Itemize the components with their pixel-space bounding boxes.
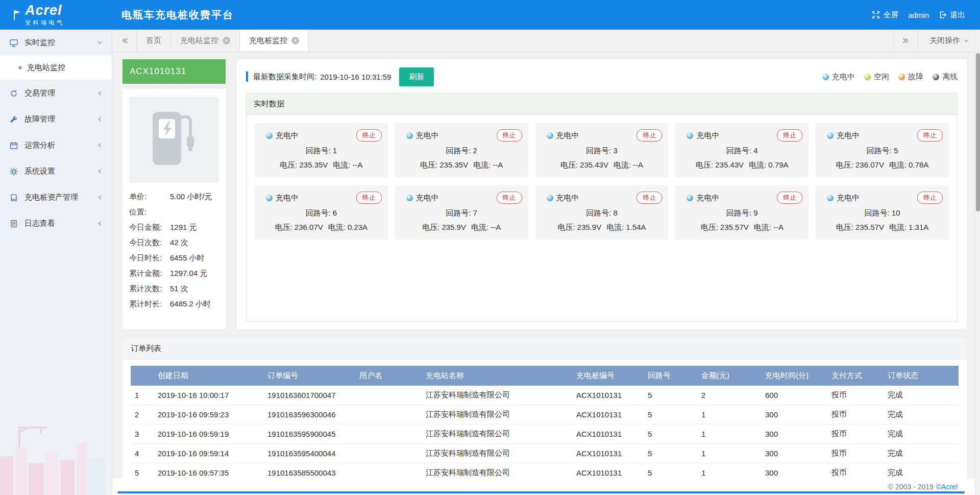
terminate-button[interactable]: 终止 [636, 192, 662, 204]
legend-charging: 充电中 [822, 72, 855, 82]
current-label: 电流: [889, 223, 906, 231]
channel-cards: 充电中 终止 回路号:1 电压:235.35V电流:--A [255, 123, 949, 240]
tab-pile-monitor[interactable]: 充电桩监控 × [240, 30, 309, 52]
current-label: 电流: [328, 223, 346, 231]
bullet-icon [18, 66, 22, 69]
current-label: 电流: [606, 223, 624, 231]
voltage-value: 235.9V [442, 223, 466, 231]
voltage-value: 235.57V [855, 223, 884, 231]
tab-station-monitor[interactable]: 充电站监控 × [171, 30, 240, 52]
sidebar-item-pile-assets[interactable]: 充电桩资产管理 [0, 184, 112, 210]
channel-card: 充电中 终止 回路号:8 电压:235.9V电流:1.54A [535, 185, 669, 240]
tabs-scroll-right-button[interactable] [893, 30, 918, 52]
realtime-monitor-panel: 最新数据采集时间: 2019-10-16 10:31:59 刷新 充电中 空闲 … [237, 59, 967, 329]
circuit-number: 9 [753, 208, 757, 217]
device-stat-row: 位置: [129, 204, 219, 220]
stat-label: 今日时长: [129, 250, 170, 266]
sidebar-item-faults[interactable]: 故障管理 [0, 106, 112, 132]
vertical-scrollbar-thumb[interactable] [976, 53, 980, 211]
stat-label: 累计次数: [129, 281, 170, 296]
transaction-icon [9, 89, 18, 98]
user-menu[interactable]: admin [905, 9, 932, 21]
username: admin [908, 11, 929, 19]
col-user: 用户名 [355, 366, 422, 386]
fullscreen-button[interactable]: 全屏 [869, 8, 901, 22]
order-row: 3 2019-10-16 09:59:19 1910163595900045 江… [131, 425, 959, 444]
current-label: 电流: [754, 223, 771, 231]
vertical-scrollbar[interactable] [975, 30, 980, 495]
channel-card: 充电中 终止 回路号:6 电压:236.07V电流:0.23A [255, 185, 388, 240]
tab-home[interactable]: 首页 [137, 30, 171, 52]
terminate-button[interactable]: 终止 [356, 192, 382, 204]
sidebar-subitem-label: 充电站监控 [27, 63, 65, 73]
logout-button[interactable]: 退出 [936, 8, 968, 22]
terminate-button[interactable]: 终止 [497, 129, 522, 142]
voltage-value: 235.9V [577, 223, 602, 231]
city-skyline-decoration [0, 413, 112, 495]
stat-label: 今日金额: [129, 220, 170, 235]
stat-label: 今日次数: [129, 235, 170, 250]
tab-label: 首页 [146, 36, 161, 45]
order-user [355, 444, 422, 463]
sidebar-item-analysis[interactable]: 运营分析 [0, 132, 112, 158]
sidebar-item-transactions[interactable]: 交易管理 [0, 80, 112, 106]
terminate-button[interactable]: 终止 [636, 129, 662, 142]
current-value: 1.31A [909, 223, 928, 231]
stat-value: 6485.2 小时 [170, 296, 211, 312]
brand-name: Acrel [25, 4, 65, 17]
terminate-button[interactable]: 终止 [917, 192, 943, 204]
terminate-button[interactable]: 终止 [497, 192, 522, 204]
close-operations-label: 关闭操作 [929, 36, 960, 45]
circuit-label: 回路号: [865, 208, 890, 217]
chevron-left-icon [97, 90, 103, 96]
acrel-link[interactable]: ©Acrel [936, 483, 958, 491]
voltage-value: 235.35V [439, 160, 468, 169]
charging-status-icon [547, 195, 553, 201]
current-value: --A [633, 160, 643, 169]
page-title: 电瓶车充电桩收费平台 [121, 8, 234, 22]
device-summary-panel: ACX1010131 单价: [122, 59, 226, 329]
order-row: 1 2019-10-16 10:00:17 1910163601700047 江… [131, 386, 959, 405]
voltage-label: 电压: [275, 223, 292, 231]
terminate-button[interactable]: 终止 [917, 129, 943, 142]
current-value: --A [773, 223, 783, 231]
header-actions: 全屏 admin 退出 [869, 8, 968, 22]
terminate-button[interactable]: 终止 [777, 192, 802, 204]
fault-icon [9, 115, 18, 124]
refresh-button[interactable]: 刷新 [399, 67, 434, 86]
circuit-number: 5 [894, 146, 898, 155]
sidebar-item-settings[interactable]: 系统设置 [0, 158, 112, 184]
order-number: 1910163596300046 [263, 405, 355, 425]
fullscreen-label: 全屏 [883, 10, 898, 20]
col-amount: 金额(元) [697, 366, 761, 386]
tabs-scroll-left-button[interactable] [112, 30, 137, 52]
sidebar-item-realtime-monitor[interactable]: 实时监控 [0, 30, 112, 56]
collect-time-label: 最新数据采集时间: [253, 72, 316, 82]
order-pay: 投币 [827, 444, 884, 463]
order-minutes: 300 [761, 405, 827, 425]
circuit-number: 6 [333, 208, 337, 217]
close-icon[interactable]: × [223, 37, 230, 44]
copyright-text: © 2003 - 2019 [888, 483, 934, 491]
current-value: 0.79A [768, 160, 788, 169]
realtime-section-body: 充电中 终止 回路号:1 电压:235.35V电流:--A [247, 115, 957, 321]
device-body: 单价: 5.00 小时/元 位置: 今日金额: 1291 元 [122, 89, 226, 329]
charging-status-icon [547, 132, 553, 139]
circuit-number: 10 [892, 208, 900, 217]
terminate-button[interactable]: 终止 [777, 129, 802, 142]
charging-status-icon [266, 195, 273, 201]
close-operations-button[interactable]: 关闭操作 [918, 30, 980, 52]
channel-card: 充电中 终止 回路号:3 电压:235.43V电流:--A [535, 123, 669, 177]
stat-label: 单价: [129, 189, 170, 204]
order-user [355, 405, 422, 425]
device-stat-row: 单价: 5.00 小时/元 [129, 189, 219, 204]
sidebar-item-logs[interactable]: 日志查看 [0, 210, 112, 237]
sidebar-item-station-monitor[interactable]: 充电站监控 [0, 56, 112, 80]
channel-card: 充电中 终止 回路号:4 电压:235.43V电流:0.79A [675, 123, 808, 177]
circuit-label: 回路号: [306, 208, 331, 217]
terminate-button[interactable]: 终止 [356, 129, 382, 142]
horizontal-scrollbar-thumb[interactable] [117, 491, 965, 493]
col-minutes: 充电时间(分) [761, 366, 827, 386]
legend-label: 充电中 [832, 72, 855, 82]
close-icon[interactable]: × [291, 37, 299, 44]
